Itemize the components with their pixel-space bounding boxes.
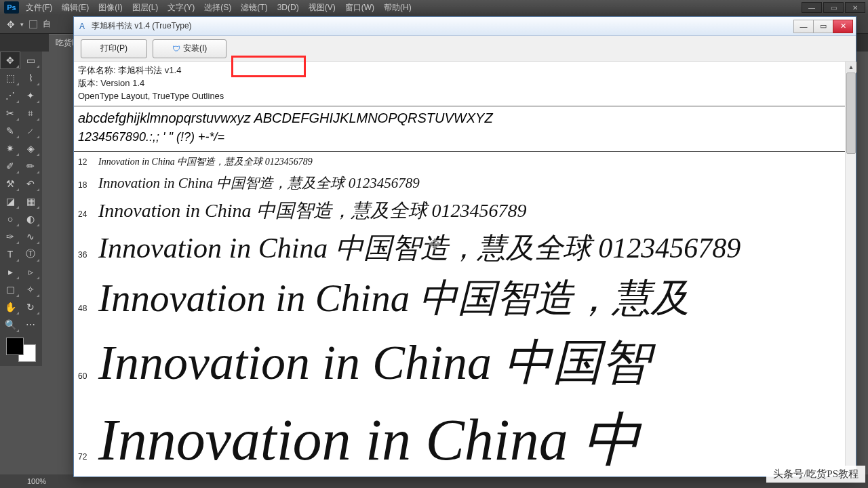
- font-preview-body: 字体名称: 李旭科书法 v1.4 版本: Version 1.4 OpenTyp…: [74, 62, 856, 476]
- crop-tool[interactable]: ✂: [0, 104, 20, 122]
- ps-toolbox: ✥ ▭ ⬚ ⌇ ⋰ ✦ ✂ ⌗ ✎ ⟋ ✷ ◈ ✐ ✏ ⚒ ↶ ◪ ▦ ○ ◐ …: [0, 52, 42, 366]
- font-tech-label: OpenType Layout, TrueType Outlines: [78, 90, 841, 103]
- artboard-tool[interactable]: ▭: [20, 52, 41, 69]
- dodge-tool[interactable]: ◐: [20, 210, 41, 228]
- scroll-up-button[interactable]: ▲: [846, 62, 856, 73]
- sample-text-24: Innovation in China 中国智造，慧及全球 0123456789: [98, 198, 527, 224]
- sample-text-72: Innovation in China 中: [98, 401, 641, 476]
- ps-maximize-button[interactable]: ▭: [823, 2, 844, 13]
- font-scrollbar[interactable]: ▲ ▼: [845, 62, 856, 478]
- menu-layer[interactable]: 图层(L): [132, 2, 159, 14]
- dropdown-indicator-icon[interactable]: ▾: [20, 21, 24, 28]
- autoselect-checkbox[interactable]: [29, 20, 37, 28]
- hand-tool[interactable]: ✋: [0, 298, 20, 316]
- font-window-titlebar[interactable]: A 李旭科书法 v1.4 (TrueType) — ▭ ✕: [74, 17, 856, 36]
- direct-select-tool[interactable]: ▹: [20, 263, 41, 281]
- quick-select-tool[interactable]: ✦: [20, 87, 41, 104]
- color-swatch[interactable]: [2, 336, 40, 363]
- zoom-level[interactable]: 100%: [27, 477, 46, 485]
- charset-digits: 1234567890.:,; ' " (!?) +-*/=: [78, 130, 841, 144]
- watermark-label: 头条号/吃货PS教程: [766, 466, 865, 483]
- autoselect-label: 自: [43, 18, 51, 30]
- move-tool[interactable]: ✥: [0, 52, 20, 69]
- sample-size-60: 60: [78, 371, 98, 381]
- font-version-label: 版本: Version 1.4: [78, 77, 841, 90]
- gradient-tool[interactable]: ▦: [20, 192, 41, 210]
- sample-size-12: 12: [78, 157, 98, 167]
- print-button[interactable]: 打印(P): [81, 39, 147, 58]
- edit-toolbar[interactable]: ⋯: [20, 316, 41, 333]
- menu-help[interactable]: 帮助(H): [384, 2, 412, 14]
- sample-text-48: Innovation in China 中国智造，慧及: [98, 272, 690, 325]
- pen-tool[interactable]: ✑: [0, 228, 20, 245]
- zoom-tool[interactable]: 🔍: [0, 316, 20, 333]
- ps-close-button[interactable]: ✕: [845, 2, 865, 13]
- menu-filter[interactable]: 滤镜(T): [241, 2, 267, 14]
- sample-text-18: Innovation in China 中国智造，慧及全球 0123456789: [98, 174, 420, 192]
- sample-size-24: 24: [78, 209, 98, 219]
- font-samples: 12Innovation in China 中国智造，慧及全球 01234567…: [74, 152, 845, 476]
- font-file-icon: A: [77, 21, 87, 32]
- brush-tool[interactable]: ✐: [0, 157, 20, 175]
- ps-menubar: Ps 文件(F) 编辑(E) 图像(I) 图层(L) 文字(Y) 选择(S) 滤…: [0, 0, 868, 15]
- stamp-tool[interactable]: ⚒: [0, 175, 20, 192]
- charset-alpha: abcdefghijklmnopqrstuvwxyz ABCDEFGHIJKLM…: [78, 110, 841, 126]
- type-tool[interactable]: T: [0, 245, 20, 263]
- sample-size-72: 72: [78, 452, 98, 462]
- shield-icon: 🛡: [172, 44, 180, 54]
- font-charset-preview: abcdefghijklmnopqrstuvwxyz ABCDEFGHIJKLM…: [74, 106, 845, 152]
- sample-text-36: Innovation in China 中国智造，慧及全球 0123456789: [98, 229, 741, 267]
- menu-image[interactable]: 图像(I): [98, 2, 122, 14]
- type-mask-tool[interactable]: Ⓣ: [20, 245, 41, 263]
- menu-3d[interactable]: 3D(D): [277, 3, 299, 12]
- menu-view[interactable]: 视图(V): [309, 2, 336, 14]
- blur-tool[interactable]: ○: [0, 210, 20, 228]
- marquee-tool[interactable]: ⬚: [0, 69, 20, 87]
- install-button[interactable]: 🛡 安装(I): [153, 39, 226, 58]
- font-close-button[interactable]: ✕: [833, 20, 853, 33]
- move-tool-icon: ✥: [7, 19, 15, 30]
- font-window-title: 李旭科书法 v1.4 (TrueType): [92, 20, 192, 32]
- foreground-color[interactable]: [6, 338, 24, 355]
- ps-minimize-button[interactable]: —: [802, 2, 822, 13]
- sample-size-18: 18: [78, 180, 98, 190]
- rotate-view-tool[interactable]: ↻: [20, 298, 41, 316]
- menu-type[interactable]: 文字(Y): [167, 2, 195, 14]
- magic-wand-tool[interactable]: ⋰: [0, 87, 20, 104]
- sample-size-48: 48: [78, 304, 98, 313]
- sample-text-60: Innovation in China 中国智: [98, 330, 650, 395]
- eyedropper-tool[interactable]: ✎: [0, 122, 20, 140]
- ruler-tool[interactable]: ⟋: [20, 122, 41, 140]
- shape-tool[interactable]: ▢: [0, 281, 20, 298]
- history-brush-tool[interactable]: ↶: [20, 175, 41, 192]
- font-maximize-button[interactable]: ▭: [813, 20, 833, 33]
- patch-tool[interactable]: ◈: [20, 140, 41, 157]
- font-toolbar: 打印(P) 🛡 安装(I): [74, 36, 856, 62]
- menu-window[interactable]: 窗口(W): [345, 2, 374, 14]
- lasso-tool[interactable]: ⌇: [20, 69, 41, 87]
- freeform-pen-tool[interactable]: ∿: [20, 228, 41, 245]
- menu-edit[interactable]: 编辑(E): [62, 2, 89, 14]
- font-minimize-button[interactable]: —: [793, 20, 814, 33]
- scroll-thumb[interactable]: [846, 73, 856, 154]
- sample-size-36: 36: [78, 250, 98, 260]
- custom-shape-tool[interactable]: ✧: [20, 281, 41, 298]
- font-viewer-window: A 李旭科书法 v1.4 (TrueType) — ▭ ✕ 打印(P) 🛡 安装…: [73, 16, 856, 477]
- ps-window-controls: — ▭ ✕: [802, 2, 868, 13]
- path-select-tool[interactable]: ▸: [0, 263, 20, 281]
- font-name-label: 字体名称: 李旭科书法 v1.4: [78, 64, 841, 77]
- sample-text-12: Innovation in China 中国智造，慧及全球 0123456789: [98, 156, 313, 168]
- healing-brush-tool[interactable]: ✷: [0, 140, 20, 157]
- pencil-tool[interactable]: ✏: [20, 157, 41, 175]
- eraser-tool[interactable]: ◪: [0, 192, 20, 210]
- menu-file[interactable]: 文件(F): [26, 2, 52, 14]
- ps-logo: Ps: [4, 1, 19, 14]
- slice-tool[interactable]: ⌗: [20, 104, 41, 122]
- font-info: 字体名称: 李旭科书法 v1.4 版本: Version 1.4 OpenTyp…: [74, 62, 845, 106]
- menu-select[interactable]: 选择(S): [204, 2, 231, 14]
